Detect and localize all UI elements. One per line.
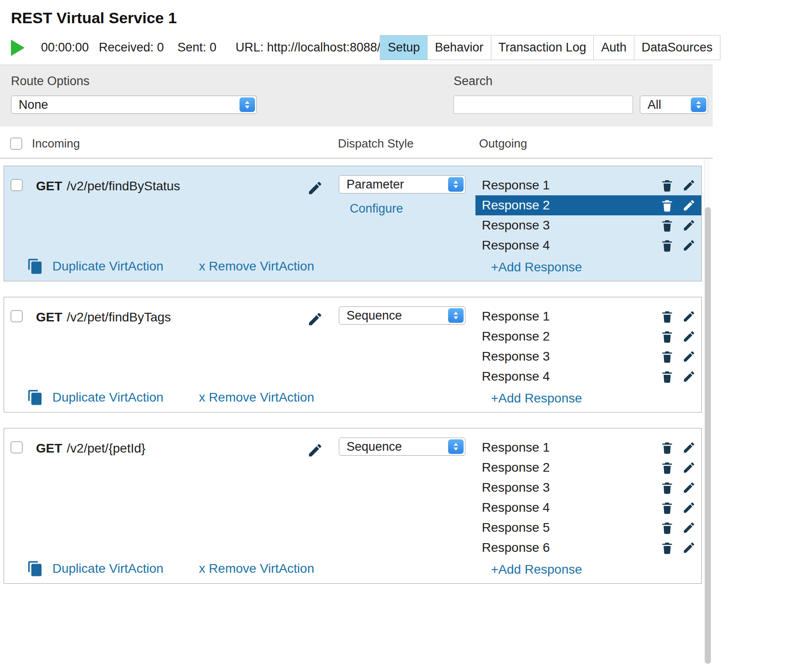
row-checkbox[interactable] [10, 179, 23, 191]
trash-icon[interactable] [660, 178, 674, 192]
response-item[interactable]: Response 3 [475, 478, 701, 498]
pencil-icon[interactable] [682, 239, 696, 252]
tab-bar: Setup Behavior Transaction Log Auth Data… [380, 35, 720, 60]
response-item[interactable]: Response 3 [475, 215, 701, 235]
response-item[interactable]: Response 3 [475, 346, 701, 367]
endpoint-path: /v2/pet/findByTags [67, 310, 171, 325]
edit-virtaction-pencil-icon[interactable] [307, 442, 323, 458]
dispatch-style-select[interactable]: Parameter [339, 175, 465, 193]
trash-icon[interactable] [660, 219, 674, 232]
play-icon[interactable] [11, 40, 25, 56]
search-filter-select[interactable]: All [640, 96, 708, 114]
response-item[interactable]: Response 1 [475, 306, 701, 326]
pencil-icon[interactable] [682, 481, 696, 494]
dispatch-style-select[interactable]: Sequence [339, 306, 465, 325]
trash-icon[interactable] [660, 310, 674, 323]
add-response-link[interactable]: +Add Response [491, 260, 582, 275]
pencil-icon[interactable] [682, 541, 696, 555]
outgoing-cell: Response 1 Response 2 Response 3 [475, 306, 701, 406]
trash-icon[interactable] [660, 481, 674, 494]
duplicate-virtaction-link[interactable]: Duplicate VirtAction [52, 561, 163, 576]
trash-icon[interactable] [660, 441, 674, 454]
column-incoming: Incoming [32, 137, 338, 151]
http-method: GET [36, 179, 62, 193]
virt-action-row: GET /v2/pet/{petId} Sequence Response 1 [4, 428, 702, 584]
edit-virtaction-pencil-icon[interactable] [307, 311, 323, 327]
vertical-scrollbar[interactable] [704, 158, 711, 664]
add-response-link[interactable]: +Add Response [491, 391, 582, 406]
response-item[interactable]: Response 4 [475, 235, 701, 255]
response-item[interactable]: Response 2 [475, 326, 701, 346]
pencil-icon[interactable] [682, 219, 696, 232]
response-item[interactable]: Response 4 [475, 367, 701, 387]
tab-auth[interactable]: Auth [593, 35, 634, 60]
pencil-icon[interactable] [682, 199, 696, 212]
up-down-arrows-icon [448, 177, 464, 192]
pencil-icon[interactable] [682, 350, 696, 363]
trash-icon[interactable] [660, 521, 674, 535]
response-item[interactable]: Response 4 [475, 498, 701, 518]
dispatch-style-select[interactable]: Sequence [339, 438, 465, 456]
received-count: Received: 0 [99, 41, 164, 55]
duplicate-virtaction-link[interactable]: Duplicate VirtAction [52, 259, 163, 274]
response-item[interactable]: Response 1 [475, 175, 701, 195]
row-checkbox[interactable] [10, 310, 23, 322]
trash-icon[interactable] [660, 370, 674, 383]
pencil-icon[interactable] [682, 310, 696, 323]
response-label: Response 2 [482, 460, 660, 475]
tab-datasources[interactable]: DataSources [634, 35, 720, 60]
up-down-arrows-icon [691, 97, 706, 112]
pencil-icon[interactable] [682, 370, 696, 383]
dispatch-style-value: Parameter [339, 178, 404, 192]
tab-setup[interactable]: Setup [380, 35, 428, 60]
response-item[interactable]: Response 6 [475, 538, 701, 558]
configure-link[interactable]: Configure [350, 202, 403, 216]
pencil-icon[interactable] [682, 501, 696, 514]
column-outgoing: Outgoing [479, 137, 713, 151]
table-header: Incoming Dispatch Style Outgoing [0, 127, 713, 158]
endpoint-path: /v2/pet/findByStatus [67, 179, 180, 193]
search-input[interactable] [454, 96, 633, 114]
search-group: Search All [454, 74, 708, 114]
response-label: Response 4 [482, 238, 660, 253]
tab-behavior[interactable]: Behavior [427, 35, 491, 60]
search-label: Search [454, 74, 708, 88]
response-label: Response 3 [482, 480, 660, 495]
route-options-select[interactable]: None [11, 96, 257, 114]
trash-icon[interactable] [660, 501, 674, 514]
trash-icon[interactable] [660, 541, 674, 555]
copy-icon[interactable] [27, 560, 43, 577]
incoming-cell: GET /v2/pet/findByTags [36, 306, 339, 327]
response-item[interactable]: Response 2 [475, 458, 701, 478]
row-checkbox[interactable] [10, 441, 23, 453]
row-actions: Duplicate VirtAction x Remove VirtAction [27, 560, 314, 577]
route-options-group: Route Options None [11, 74, 257, 114]
response-item[interactable]: Response 1 [475, 438, 701, 458]
select-all-checkbox[interactable] [10, 137, 22, 150]
response-label: Response 6 [482, 540, 660, 555]
add-response-link[interactable]: +Add Response [491, 562, 582, 577]
duplicate-virtaction-link[interactable]: Duplicate VirtAction [52, 390, 163, 405]
trash-icon[interactable] [660, 461, 674, 474]
pencil-icon[interactable] [682, 521, 696, 535]
copy-icon[interactable] [27, 258, 43, 275]
remove-virtaction-link[interactable]: x Remove VirtAction [199, 561, 314, 576]
remove-virtaction-link[interactable]: x Remove VirtAction [199, 390, 314, 405]
trash-icon[interactable] [660, 350, 674, 363]
trash-icon[interactable] [660, 199, 674, 212]
scrollbar-thumb[interactable] [705, 207, 711, 664]
pencil-icon[interactable] [682, 178, 696, 192]
response-item[interactable]: Response 2 [475, 195, 701, 215]
edit-virtaction-pencil-icon[interactable] [307, 180, 323, 196]
pencil-icon[interactable] [682, 441, 696, 454]
remove-virtaction-link[interactable]: x Remove VirtAction [199, 259, 314, 274]
copy-icon[interactable] [27, 389, 43, 406]
timer-value: 00:00:00 [41, 41, 89, 55]
rest-virtual-service-window: REST Virtual Service 1 00:00:00 Received… [0, 0, 713, 664]
response-item[interactable]: Response 5 [475, 518, 701, 538]
trash-icon[interactable] [660, 239, 674, 252]
pencil-icon[interactable] [682, 461, 696, 474]
trash-icon[interactable] [660, 330, 674, 343]
tab-transaction-log[interactable]: Transaction Log [491, 35, 594, 60]
pencil-icon[interactable] [682, 330, 696, 343]
